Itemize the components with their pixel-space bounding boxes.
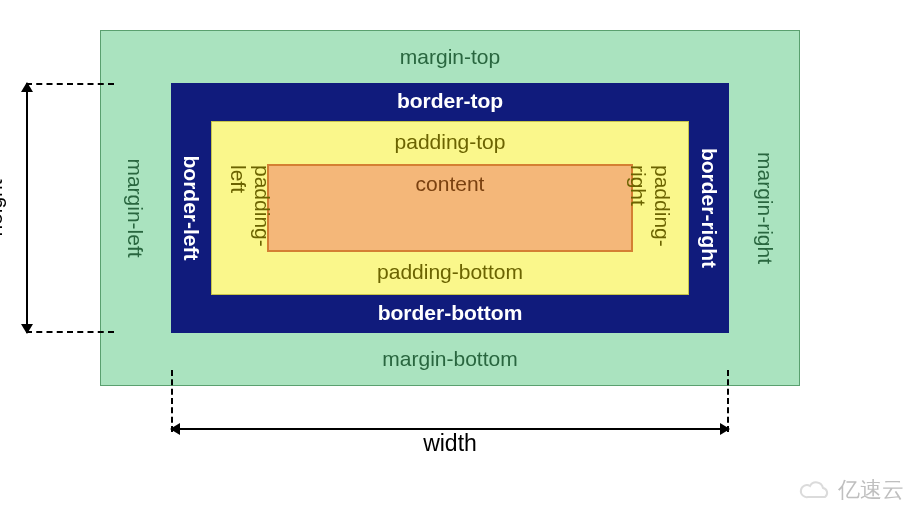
height-dash-top bbox=[26, 83, 114, 85]
height-dash-bottom bbox=[26, 331, 114, 333]
border-left-label: border-left bbox=[179, 156, 203, 261]
border-top-label: border-top bbox=[211, 83, 689, 121]
width-dimension: width bbox=[0, 390, 918, 450]
border-bottom-label: border-bottom bbox=[211, 295, 689, 333]
padding-bottom-label: padding-bottom bbox=[267, 252, 633, 294]
margin-layer: margin-top margin-left margin-right bord… bbox=[100, 30, 800, 386]
padding-layer: padding-top padding-left padding-right c… bbox=[211, 121, 689, 295]
content-layer: content bbox=[267, 164, 633, 252]
margin-left-label: margin-left bbox=[123, 158, 147, 257]
height-label: height bbox=[0, 179, 7, 236]
padding-top-label: padding-top bbox=[267, 122, 633, 164]
watermark: 亿速云 bbox=[798, 475, 904, 505]
padding-left-label: padding-left bbox=[226, 165, 274, 251]
padding-right-label: padding-right bbox=[626, 165, 674, 251]
width-label: width bbox=[419, 430, 481, 457]
margin-right-label: margin-right bbox=[753, 152, 777, 264]
watermark-text: 亿速云 bbox=[838, 475, 904, 505]
margin-top-label: margin-top bbox=[171, 31, 729, 83]
box-model-diagram: margin-top margin-left margin-right bord… bbox=[100, 30, 800, 386]
height-arrow bbox=[26, 83, 28, 333]
cloud-icon bbox=[798, 479, 832, 501]
height-dimension: height bbox=[14, 83, 100, 333]
border-right-label: border-right bbox=[697, 148, 721, 268]
content-label: content bbox=[416, 172, 485, 196]
margin-bottom-label: margin-bottom bbox=[171, 333, 729, 385]
border-layer: border-top border-left border-right padd… bbox=[171, 83, 729, 333]
